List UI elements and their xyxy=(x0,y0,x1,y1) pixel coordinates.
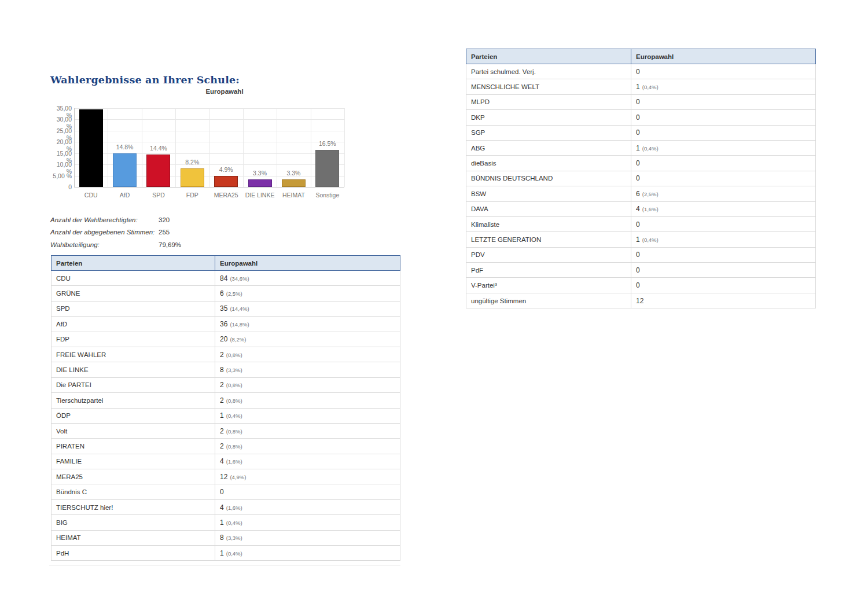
vote-count: 35 xyxy=(220,304,227,312)
bar-value-label: 3.3% xyxy=(277,170,310,177)
table-body: CDU84(34,6%)GRÜNE6(2,5%)SPD35(14,4%)AfD3… xyxy=(51,271,400,561)
header-europawahl: Europawahl xyxy=(215,256,400,270)
bar-chart: Europawahl 35,00 %30,00 %25,00 %20,00 %1… xyxy=(50,87,399,205)
header-parteien: Parteien xyxy=(52,256,215,270)
bar-value-label: 3.3% xyxy=(243,170,277,177)
party-name-cell: SPD xyxy=(52,302,215,316)
vote-count: 1 xyxy=(220,519,224,527)
vote-count: 2 xyxy=(220,351,224,359)
party-name-cell: DAVA xyxy=(466,202,631,216)
bar-value-label: 8.2% xyxy=(175,159,209,166)
chart-bar xyxy=(181,168,204,187)
vote-count: 0 xyxy=(636,128,640,137)
table-row: DIE LINKE8(3,3%) xyxy=(51,362,400,377)
table-row: MLPD0 xyxy=(466,95,816,110)
vote-percentage: (8,2%) xyxy=(230,336,246,343)
votes-cell: 1(0,4%) xyxy=(631,79,815,94)
table-row: LETZTE GENERATION1(0,4%) xyxy=(466,232,816,247)
page-title: Wahlergebnisse an Ihrer Schule: xyxy=(50,74,240,86)
stat-value: 255 xyxy=(159,229,170,236)
chart-bar xyxy=(113,153,137,187)
x-tick-label: AfD xyxy=(108,192,141,198)
votes-cell: 0 xyxy=(631,95,815,109)
party-name-cell: ungültige Stimmen xyxy=(466,293,631,308)
table-row: FDP20(8,2%) xyxy=(51,332,400,347)
stat-value: 320 xyxy=(159,216,170,223)
chart-bar xyxy=(214,176,238,187)
party-name-cell: DKP xyxy=(466,110,631,124)
x-tick-label: SPD xyxy=(142,192,175,198)
party-name-cell: CDU xyxy=(52,271,215,285)
votes-cell: 0 xyxy=(631,110,815,124)
party-name-cell: ÖDP xyxy=(52,409,215,423)
vote-percentage: (0,4%) xyxy=(642,145,659,152)
vote-count: 20 xyxy=(220,335,227,343)
vote-count: 6 xyxy=(220,289,224,297)
party-name-cell: FAMILIE xyxy=(52,454,215,469)
bar-value-label: 4.9% xyxy=(209,166,243,173)
table-row: FAMILIE4(1,6%) xyxy=(51,454,400,469)
votes-cell: 2(0,8%) xyxy=(215,393,400,407)
table-row: CDU84(34,6%) xyxy=(51,271,400,286)
party-name-cell: BÜNDNIS DEUTSCHLAND xyxy=(466,171,631,186)
vote-percentage: (0,4%) xyxy=(226,412,242,419)
votes-cell: 4(1,6%) xyxy=(215,454,400,469)
vote-percentage: (2,5%) xyxy=(642,190,659,197)
table-row: PdF0 xyxy=(466,263,816,278)
vote-count: 0 xyxy=(220,488,224,496)
table-row: PdH1(0,4%) xyxy=(51,546,400,561)
stat-turnout: Wahlbeteiligung: 79,69% xyxy=(50,238,181,251)
votes-cell: 0 xyxy=(631,278,815,292)
vote-percentage: (4,9%) xyxy=(230,473,246,480)
table-row: dieBasis0 xyxy=(466,156,816,171)
stat-votes-cast: Anzahl der abgegebenen Stimmen: 255 xyxy=(50,226,181,239)
vote-percentage: (2,5%) xyxy=(226,290,242,297)
party-name-cell: BIG xyxy=(52,515,215,530)
table-row: Bündnis C0 xyxy=(51,484,400,499)
vote-count: 4 xyxy=(636,205,640,213)
vote-count: 1 xyxy=(636,144,640,152)
table-row: PDV0 xyxy=(466,248,816,263)
table-row: TIERSCHUTZ hier!4(1,6%) xyxy=(51,500,400,515)
party-name-cell: V-Partei³ xyxy=(466,278,631,292)
vote-percentage: (14,8%) xyxy=(230,321,249,328)
votes-cell: 1(0,4%) xyxy=(631,232,815,247)
x-tick-label: MERA25 xyxy=(209,192,243,198)
vote-count: 0 xyxy=(636,174,640,182)
table-row: ungültige Stimmen12 xyxy=(466,293,816,308)
table-row: AfD36(14,8%) xyxy=(51,317,400,332)
vote-percentage: (34,6%) xyxy=(230,275,249,282)
votes-cell: 35(14,4%) xyxy=(215,302,400,316)
table-row: MERA2512(4,9%) xyxy=(51,469,400,484)
vote-count: 6 xyxy=(636,190,640,198)
table-row: SPD35(14,4%) xyxy=(51,302,400,317)
votes-cell: 0 xyxy=(215,484,400,499)
party-name-cell: Klimaliste xyxy=(466,217,631,231)
votes-cell: 2(0,8%) xyxy=(215,424,400,438)
party-name-cell: GRÜNE xyxy=(52,286,215,300)
party-name-cell: MLPD xyxy=(466,95,631,109)
vote-percentage: (1,6%) xyxy=(226,458,242,465)
party-name-cell: DIE LINKE xyxy=(52,362,215,377)
divider-line xyxy=(49,565,400,565)
vote-count: 12 xyxy=(220,473,227,481)
votes-cell: 12 xyxy=(631,293,815,308)
vote-percentage: (0,4%) xyxy=(226,519,242,526)
stat-value: 79,69% xyxy=(159,241,181,248)
votes-cell: 84(34,6%) xyxy=(215,271,400,285)
chart-title: Europawahl xyxy=(50,88,399,95)
results-table-right: Parteien Europawahl Partei schulmed. Ver… xyxy=(466,49,816,308)
votes-cell: 0 xyxy=(631,263,815,277)
chart-bar xyxy=(146,155,170,187)
vote-count: 4 xyxy=(220,457,224,465)
vote-count: 2 xyxy=(220,442,224,450)
party-name-cell: LETZTE GENERATION xyxy=(466,232,631,247)
vote-count: 1 xyxy=(636,236,640,244)
bar-value-label: 16.5% xyxy=(311,140,344,147)
vote-percentage: (0,8%) xyxy=(226,443,242,450)
party-name-cell: PIRATEN xyxy=(52,439,215,453)
party-name-cell: AfD xyxy=(52,317,215,331)
party-name-cell: PDV xyxy=(466,248,631,262)
v-gridline xyxy=(344,108,345,187)
header-parteien: Parteien xyxy=(466,49,631,64)
